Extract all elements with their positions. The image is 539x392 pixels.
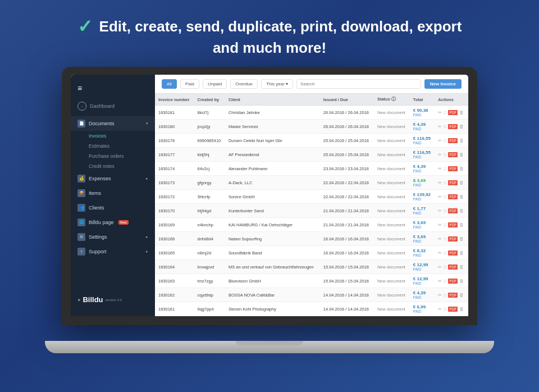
cell-invoice-num: 1630161 <box>155 302 194 316</box>
edit-icon[interactable]: ✏ <box>438 250 442 256</box>
cell-total: € 8,32 PAID <box>410 246 435 260</box>
edit-icon[interactable]: ✏ <box>438 110 442 115</box>
pdf-icon[interactable]: PDF <box>448 293 458 298</box>
copy-icon[interactable]: □ <box>444 236 446 241</box>
sidebar-item-purchase-orders[interactable]: Purchase orders <box>89 151 155 161</box>
edit-icon[interactable]: ✏ <box>438 180 442 185</box>
hamburger-icon[interactable]: ≡ <box>71 80 155 96</box>
edit-icon[interactable]: ✏ <box>438 208 442 213</box>
edit-icon[interactable]: ✏ <box>438 293 442 298</box>
copy-icon[interactable]: □ <box>444 166 446 171</box>
delete-icon[interactable]: 🗑 <box>459 236 464 241</box>
copy-icon[interactable]: □ <box>444 293 446 298</box>
edit-icon[interactable]: ✏ <box>438 124 442 129</box>
delete-icon[interactable]: 🗑 <box>459 250 464 256</box>
delete-icon[interactable]: 🗑 <box>459 293 464 298</box>
new-invoice-button[interactable]: New Invoice <box>424 79 462 89</box>
filter-all-btn[interactable]: All <box>162 79 177 89</box>
pdf-icon[interactable]: PDF <box>448 250 458 256</box>
copy-icon[interactable]: □ <box>444 208 446 213</box>
delete-icon[interactable]: 🗑 <box>459 152 464 157</box>
edit-icon[interactable]: ✏ <box>438 152 442 157</box>
sidebar-item-credit-notes[interactable]: Credit notes <box>89 161 155 171</box>
search-input[interactable] <box>296 79 421 89</box>
cell-client: BOSSA NOVA Café&Bar <box>225 288 320 302</box>
edit-icon[interactable]: ✏ <box>438 166 442 171</box>
pdf-icon[interactable]: PDF <box>448 124 458 129</box>
filter-unpaid-btn[interactable]: Unpaid <box>203 79 227 89</box>
pdf-icon[interactable]: PDF <box>448 236 458 241</box>
pdf-icon[interactable]: PDF <box>448 152 458 157</box>
copy-icon[interactable]: □ <box>444 279 446 284</box>
cell-status: New document <box>374 106 410 120</box>
copy-icon[interactable]: □ <box>444 194 446 199</box>
main-content: All Paid Unpaid Overdue This year ▾ New … <box>155 75 468 316</box>
pdf-icon[interactable]: PDF <box>448 307 458 312</box>
edit-icon[interactable]: ✏ <box>438 265 442 270</box>
items-icon: 📦 <box>77 189 85 197</box>
copy-icon[interactable]: □ <box>444 250 446 256</box>
delete-icon[interactable]: 🗑 <box>459 166 464 171</box>
laptop-screen: ≡ ○ Dashboard 📄 Documents ▾ Invoices Est… <box>71 75 468 316</box>
sidebar-item-clients[interactable]: 👥 Clients <box>71 200 155 215</box>
delete-icon[interactable]: 🗑 <box>459 265 464 270</box>
filter-year-btn[interactable]: This year ▾ <box>261 79 293 89</box>
edit-icon[interactable]: ✏ <box>438 307 442 312</box>
pdf-icon[interactable]: PDF <box>448 222 458 227</box>
cell-total: € 116,55 PAID <box>410 134 435 148</box>
delete-icon[interactable]: 🗑 <box>459 180 464 185</box>
delete-icon[interactable]: 🗑 <box>459 208 464 213</box>
copy-icon[interactable]: □ <box>444 180 446 185</box>
sidebar-item-support[interactable]: ? Support ▸ <box>71 244 155 259</box>
delete-icon[interactable]: 🗑 <box>459 138 464 143</box>
pdf-icon[interactable]: PDF <box>448 279 458 284</box>
cell-dates: 21.04.2016 / 21.04.2016 <box>320 204 374 218</box>
pdf-icon[interactable]: PDF <box>448 180 458 185</box>
header-text-main: Edit, create, send, duplicate, print, do… <box>99 18 462 35</box>
filter-paid-btn[interactable]: Paid <box>180 79 199 89</box>
sidebar-item-settings[interactable]: ⚙ Settings ▸ <box>71 230 155 244</box>
sidebar-item-estimates[interactable]: Estimates <box>89 141 155 151</box>
delete-icon[interactable]: 🗑 <box>459 194 464 199</box>
edit-icon[interactable]: ✏ <box>438 279 442 284</box>
sidebar-item-expenses[interactable]: 💰 Expenses ▸ <box>71 171 155 186</box>
copy-icon[interactable]: □ <box>444 138 446 143</box>
cell-invoice-num: 1630170 <box>155 204 194 218</box>
copy-icon[interactable]: □ <box>444 265 446 270</box>
copy-icon[interactable]: □ <box>444 152 446 157</box>
delete-icon[interactable]: 🗑 <box>459 110 464 115</box>
pdf-icon[interactable]: PDF <box>448 138 458 143</box>
delete-icon[interactable]: 🗑 <box>459 124 464 129</box>
copy-icon[interactable]: □ <box>444 124 446 129</box>
cell-status: New document <box>374 134 410 148</box>
pdf-icon[interactable]: PDF <box>448 110 458 115</box>
col-status: Status ⓘ <box>374 94 410 106</box>
sidebar-item-items[interactable]: 📦 Items <box>71 186 155 200</box>
cell-created-by: 9qg7pp4 <box>194 302 225 316</box>
sidebar-item-invoices[interactable]: Invoices <box>89 131 155 141</box>
cell-client: KAI HAMBURG / Kai Oehschläger <box>225 218 320 232</box>
pdf-icon[interactable]: PDF <box>448 194 458 199</box>
sidebar-item-documents[interactable]: 📄 Documents ▾ <box>71 116 155 131</box>
edit-icon[interactable]: ✏ <box>438 222 442 227</box>
cell-created-by: htj94gd <box>194 204 225 218</box>
pdf-icon[interactable]: PDF <box>448 166 458 171</box>
edit-icon[interactable]: ✏ <box>438 138 442 143</box>
cell-status: New document <box>374 274 410 288</box>
pdf-icon[interactable]: PDF <box>448 265 458 270</box>
cell-dates: 16.04.2016 / 16.04.2016 <box>320 246 374 260</box>
delete-icon[interactable]: 🗑 <box>459 307 464 312</box>
sidebar-item-dashboard[interactable]: ○ Dashboard <box>71 98 155 114</box>
copy-icon[interactable]: □ <box>444 307 446 312</box>
delete-icon[interactable]: 🗑 <box>459 222 464 227</box>
edit-icon[interactable]: ✏ <box>438 236 442 241</box>
edit-icon[interactable]: ✏ <box>438 194 442 199</box>
delete-icon[interactable]: 🗑 <box>459 279 464 284</box>
copy-icon[interactable]: □ <box>444 110 446 115</box>
table-row: 1630173 gfgnrgy A-Dack, LLC 22.04.2016 /… <box>155 176 468 190</box>
copy-icon[interactable]: □ <box>444 222 446 227</box>
sidebar-item-billdu-page[interactable]: 🌐 Billdu page New <box>71 215 155 230</box>
table-row: 1630180 jccp2jy Maske Services 26.04.201… <box>155 120 468 134</box>
filter-overdue-btn[interactable]: Overdue <box>230 79 258 89</box>
pdf-icon[interactable]: PDF <box>448 208 458 213</box>
